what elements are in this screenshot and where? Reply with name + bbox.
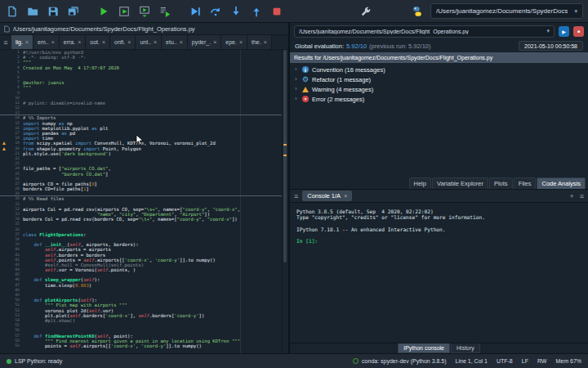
console-bottom-tab-bar: IPython consoleHistory xyxy=(290,343,588,353)
debug-file-button[interactable] xyxy=(188,4,203,19)
editor-tab-label: lig. xyxy=(16,39,23,45)
working-directory-selector[interactable]: /Users/juanitagomez/Documents/SpyderDocs… xyxy=(430,3,583,19)
editor-tab-onfi[interactable]: onfi.× xyxy=(110,35,136,49)
editor-tab-etu[interactable]: etu..× xyxy=(162,35,188,49)
editor-tab-the[interactable]: the.× xyxy=(247,35,272,49)
close-icon[interactable]: × xyxy=(344,193,347,199)
run-file-button[interactable] xyxy=(96,4,111,19)
editor-tab-epe[interactable]: epe.× xyxy=(221,35,247,49)
save-all-button[interactable] xyxy=(66,4,81,19)
pane-tab-variable-explorer[interactable]: Variable Explorer xyxy=(432,177,488,189)
console-tab-bar: ≡ Console 1/A × + ≡ xyxy=(290,190,588,203)
new-file-icon xyxy=(7,6,18,17)
run-selection-button[interactable] xyxy=(158,4,172,19)
editor-pane: /Users/juanitagomez/Documents/SpyderDocs… xyxy=(0,23,287,353)
tab-close-icon[interactable]: × xyxy=(239,39,243,45)
editor-tab-label: epe. xyxy=(225,39,237,45)
tab-close-icon[interactable]: × xyxy=(127,39,131,45)
ipython-console-output[interactable]: Python 3.8.5 (default, Sep 4 2020, 02:22… xyxy=(290,203,588,343)
analysis-category-error[interactable]: ›×Error (2 messages) xyxy=(290,94,588,104)
editor-tab-oot[interactable]: oot.× xyxy=(86,35,110,49)
analysis-file-selector[interactable]: /Users/juanitagomez/Documents/SpyderDocs… xyxy=(294,25,555,38)
editor-tab-erra[interactable]: erra.× xyxy=(60,35,87,49)
lsp-status-icon xyxy=(7,359,11,364)
expand-arrow-icon[interactable]: › xyxy=(295,66,299,73)
results-header: Results for /Users/juanitagomez/Document… xyxy=(290,52,588,63)
console-tab-ipython-console[interactable]: IPython console xyxy=(398,343,450,353)
tab-close-icon[interactable]: × xyxy=(154,39,157,45)
chevron-down-icon: ▾ xyxy=(571,8,577,15)
code-analysis-toolbar: /Users/juanitagomez/Documents/SpyderDocs… xyxy=(290,23,588,39)
console-tab-history[interactable]: History xyxy=(451,343,480,353)
tab-close-icon[interactable]: × xyxy=(51,39,55,45)
line-number: 59 xyxy=(0,343,23,348)
editor-tab-pyder[interactable]: pyder_.× xyxy=(188,35,221,49)
new-console-button[interactable]: + xyxy=(569,192,573,200)
run-cell-advance-icon xyxy=(139,6,150,17)
error-icon: × xyxy=(302,96,309,102)
run-cell-advance-button[interactable] xyxy=(137,4,152,19)
editor-tab-label: onfi. xyxy=(114,39,125,45)
tab-close-icon[interactable]: × xyxy=(213,39,216,45)
run-selection-icon xyxy=(159,6,171,17)
pane-tab-files[interactable]: Files xyxy=(514,177,537,189)
console-tab-label: Console 1/A xyxy=(307,192,341,200)
encoding-status: UTF-8 xyxy=(497,358,513,364)
expand-arrow-icon[interactable]: › xyxy=(295,76,299,83)
run-cell-button[interactable] xyxy=(117,4,131,19)
stop-icon: ■ xyxy=(577,29,580,34)
analysis-timestamp: 2021-05-10 00:50:58 xyxy=(519,41,583,51)
working-directory-path: /Users/juanitagomez/Documents/SpyderDocs xyxy=(436,7,568,15)
warning-tick[interactable] xyxy=(283,144,287,146)
console-options-button[interactable]: ≡ xyxy=(580,192,584,200)
step-return-button[interactable] xyxy=(249,4,264,19)
expand-arrow-icon[interactable]: › xyxy=(295,86,299,92)
tab-close-icon[interactable]: × xyxy=(264,39,267,45)
new-file-button[interactable] xyxy=(5,4,20,19)
analysis-category-refactor[interactable]: ›⚙Refactor (1 message) xyxy=(290,74,588,84)
convention-icon: i xyxy=(302,66,309,73)
run-cell-icon xyxy=(118,6,130,17)
save-icon xyxy=(47,6,59,17)
tab-close-icon[interactable]: × xyxy=(102,39,105,45)
editor-tab-em[interactable]: em..× xyxy=(33,35,60,49)
step-over-icon xyxy=(210,6,221,17)
stop-icon xyxy=(271,6,283,17)
analysis-category-convention[interactable]: ›iConvention (16 messages) xyxy=(290,65,588,74)
pane-tab-help[interactable]: Help xyxy=(409,177,431,189)
stop-analysis-button[interactable]: ■ xyxy=(573,26,584,37)
analyze-button[interactable]: ▶ xyxy=(559,26,569,37)
editor-tab-label: erra. xyxy=(64,39,75,45)
preferences-button[interactable] xyxy=(359,4,373,19)
open-file-button[interactable] xyxy=(25,4,40,19)
editor-scrollbar[interactable] xyxy=(282,50,287,353)
warning-tick[interactable] xyxy=(283,155,287,156)
interpreter-status[interactable]: conda: spyder-dev (Python 3.8.5) xyxy=(353,358,447,364)
warning-marker-icon[interactable] xyxy=(2,147,6,150)
stop-debug-button[interactable] xyxy=(270,4,284,19)
step-over-button[interactable] xyxy=(208,4,223,19)
console-tab[interactable]: Console 1/A × xyxy=(302,191,352,201)
chevron-down-icon: ▾ xyxy=(543,28,550,34)
browse-consoles-button[interactable]: ≡ xyxy=(294,192,298,200)
pane-tab-plots[interactable]: Plots xyxy=(489,177,513,189)
pane-tab-code-analysis[interactable]: Code Analysis xyxy=(537,177,586,189)
editor-tab-lig[interactable]: lig.× xyxy=(11,35,33,49)
browse-tabs-button[interactable]: ≡ xyxy=(0,35,11,49)
code-area[interactable]: 1#!/usr/bin/env python32# -*- coding: ut… xyxy=(0,50,282,353)
memory-status: Mem 67% xyxy=(555,358,581,364)
save-file-button[interactable] xyxy=(46,4,60,19)
step-into-button[interactable] xyxy=(229,4,243,19)
tab-close-icon[interactable]: × xyxy=(180,39,183,45)
open-folder-icon xyxy=(27,6,38,17)
tab-close-icon[interactable]: × xyxy=(78,39,81,45)
analysis-category-warning[interactable]: ›Warning (4 messages) xyxy=(290,84,588,94)
warning-marker-icon[interactable] xyxy=(2,141,6,145)
play-icon: ▶ xyxy=(562,29,566,34)
lsp-status: LSP Python: ready xyxy=(7,358,62,364)
breadcrumb-path: /Users/juanitagomez/Documents/SpyderDocs… xyxy=(13,25,195,33)
python-environment-button[interactable] xyxy=(410,4,425,19)
editor-tab-unt[interactable]: unt..× xyxy=(136,35,162,49)
tab-close-icon[interactable]: × xyxy=(25,39,29,45)
expand-arrow-icon[interactable]: › xyxy=(295,96,299,102)
